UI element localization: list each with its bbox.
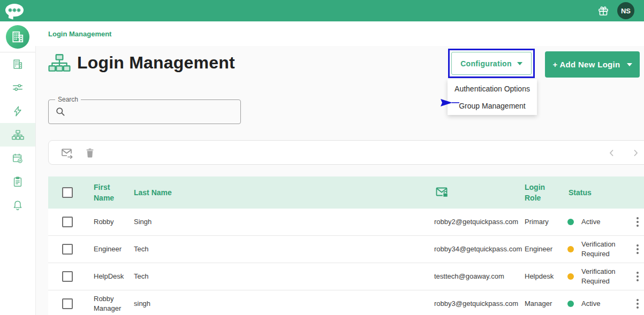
add-new-login-label: + Add New Login [552, 60, 620, 69]
cell-email: robby34@getquickpass.com [434, 244, 533, 254]
header-first-name: First Name [94, 182, 127, 204]
row-checkbox[interactable] [62, 298, 73, 309]
cell-login-role: Helpdesk [525, 272, 562, 281]
app-window: NS [0, 0, 644, 315]
gift-icon[interactable] [597, 4, 610, 17]
row-actions-kebab-icon[interactable] [634, 270, 641, 283]
app-logo[interactable] [0, 21, 35, 52]
configuration-button[interactable]: Configuration [451, 52, 532, 75]
status-dot-icon [567, 273, 574, 280]
table-header-row: First Name Last Name Login Role Status [48, 176, 644, 209]
header-status: Status [569, 187, 592, 198]
table-toolbar [48, 140, 644, 165]
menu-item-group-management[interactable]: Group Management [448, 98, 537, 113]
configuration-button-label: Configuration [460, 59, 512, 68]
cell-status: Active [581, 299, 631, 309]
header-login-role: Login Role [525, 182, 551, 204]
page-header: Login Management [48, 53, 235, 73]
cell-last-name: Tech [134, 272, 219, 281]
configuration-menu: Authentication Options Group Management [448, 79, 537, 115]
chat-sparks-icon [5, 4, 24, 17]
status-dot-icon [567, 219, 574, 225]
cell-first-name: Robby Manager [94, 294, 128, 313]
search-input[interactable] [69, 103, 232, 120]
cell-email: testtech@goaway.com [434, 272, 533, 281]
breadcrumb-bar: Login Management [35, 21, 644, 46]
pagination-prev-icon[interactable] [607, 148, 617, 158]
cell-first-name: HelpDesk [94, 272, 128, 281]
top-bar: NS [0, 0, 644, 21]
sidebar-item-reports[interactable] [0, 170, 35, 194]
sidebar-item-login-management[interactable] [0, 123, 35, 147]
cell-status: Verification Required [581, 240, 631, 258]
search-field: Search [48, 99, 241, 124]
select-all-checkbox[interactable] [62, 187, 73, 198]
user-avatar[interactable]: NS [617, 2, 634, 19]
sidebar-item-schedule[interactable] [0, 147, 35, 170]
sidebar-item-settings[interactable] [0, 76, 35, 99]
cell-login-role: Engineer [525, 244, 562, 254]
forward-email-icon[interactable] [60, 147, 73, 160]
cell-login-role: Primary [525, 217, 562, 227]
row-actions-kebab-icon[interactable] [634, 215, 641, 229]
menu-item-authentication-options[interactable]: Authentication Options [448, 81, 537, 96]
breadcrumb[interactable]: Login Management [48, 30, 111, 38]
search-field-label: Search [55, 96, 81, 103]
cell-login-role: Manager [525, 299, 562, 309]
table-body: Robby Singh robby2@getquickpass.com Prim… [48, 209, 644, 315]
cell-first-name: Robby [94, 217, 128, 227]
pagination-next-icon[interactable] [631, 148, 640, 158]
cell-last-name: singh [134, 299, 219, 309]
cell-status: Verification Required [581, 267, 631, 286]
logins-table: First Name Last Name Login Role Status R… [48, 176, 644, 315]
table-row: HelpDesk Tech testtech@goaway.com Helpde… [48, 263, 644, 290]
cell-email: robby2@getquickpass.com [434, 217, 533, 227]
add-new-login-button[interactable]: + Add New Login [545, 51, 640, 78]
chat-bubble-icon[interactable] [5, 4, 24, 17]
cell-email: robby3@getquickpass.com [434, 299, 533, 309]
search-icon [55, 106, 66, 117]
hierarchy-icon [48, 53, 71, 73]
cell-status: Active [581, 217, 631, 227]
annotation-highlight-box: Configuration [448, 49, 535, 78]
table-row: Engineer Tech robby34@getquickpass.com E… [48, 236, 644, 263]
page-title: Login Management [77, 53, 235, 73]
row-checkbox[interactable] [62, 271, 73, 282]
row-actions-kebab-icon[interactable] [634, 297, 641, 311]
status-dot-icon [567, 301, 574, 307]
company-logo-icon [11, 30, 25, 44]
header-last-name: Last Name [134, 187, 172, 198]
trash-icon[interactable] [84, 147, 96, 159]
row-actions-kebab-icon[interactable] [634, 242, 641, 256]
chevron-down-icon [517, 62, 522, 65]
sidebar [0, 21, 36, 315]
status-dot-icon [567, 246, 574, 252]
cell-last-name: Tech [134, 244, 219, 254]
table-row: Robby Singh robby2@getquickpass.com Prim… [48, 209, 644, 236]
table-row: Robby Manager singh robby3@getquickpass.… [48, 290, 644, 315]
sidebar-item-buildings[interactable] [0, 52, 35, 76]
row-checkbox[interactable] [62, 244, 73, 255]
email-lock-icon [436, 187, 449, 198]
chevron-down-icon [627, 63, 632, 66]
sidebar-item-notifications[interactable] [0, 194, 35, 217]
sidebar-nav [0, 52, 35, 217]
cell-first-name: Engineer [94, 244, 128, 254]
sidebar-item-activity[interactable] [0, 99, 35, 123]
cell-last-name: Singh [134, 217, 219, 227]
annotation-arrow [440, 98, 460, 107]
row-checkbox[interactable] [62, 217, 73, 227]
